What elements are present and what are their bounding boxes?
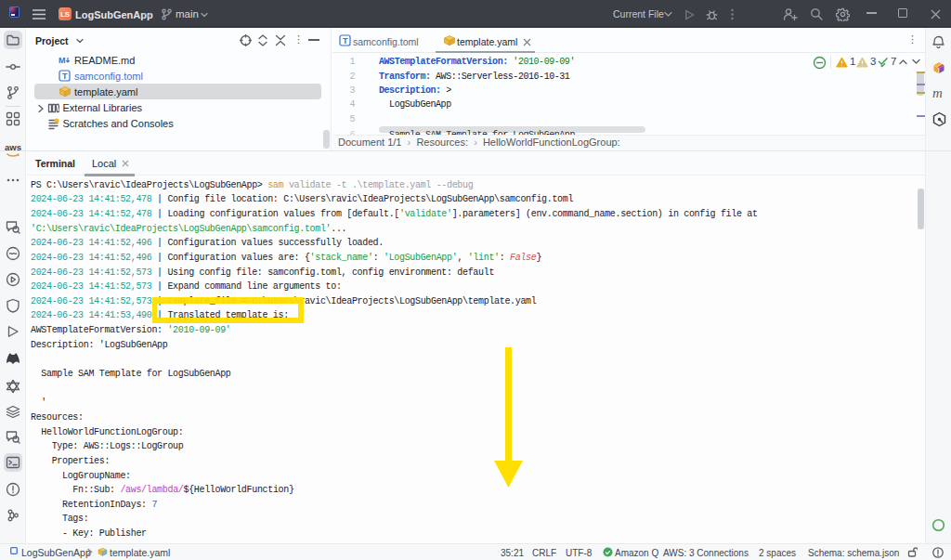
svg-text:M: M	[59, 56, 66, 65]
svg-text:T: T	[343, 36, 348, 46]
svg-text:T: T	[62, 72, 68, 81]
